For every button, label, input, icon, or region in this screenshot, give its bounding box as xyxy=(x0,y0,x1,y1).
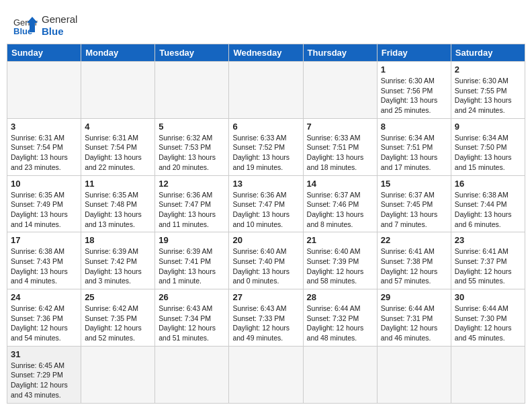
day-info: Sunrise: 6:45 AM Sunset: 7:29 PM Dayligh… xyxy=(11,361,77,400)
day-number: 27 xyxy=(232,292,299,302)
calendar-cell xyxy=(81,346,155,403)
calendar-cell: 31Sunrise: 6:45 AM Sunset: 7:29 PM Dayli… xyxy=(7,346,81,403)
calendar-cell: 6Sunrise: 6:33 AM Sunset: 7:52 PM Daylig… xyxy=(229,118,303,175)
calendar-cell xyxy=(81,62,155,119)
day-header-thursday: Thursday xyxy=(303,44,377,62)
calendar-cell: 24Sunrise: 6:42 AM Sunset: 7:36 PM Dayli… xyxy=(7,289,81,347)
calendar-cell: 20Sunrise: 6:40 AM Sunset: 7:40 PM Dayli… xyxy=(229,232,303,289)
day-info: Sunrise: 6:38 AM Sunset: 7:43 PM Dayligh… xyxy=(11,246,77,286)
calendar-cell: 21Sunrise: 6:40 AM Sunset: 7:39 PM Dayli… xyxy=(303,232,377,289)
day-number: 21 xyxy=(307,235,373,245)
day-info: Sunrise: 6:31 AM Sunset: 7:54 PM Dayligh… xyxy=(85,133,151,173)
calendar-cell xyxy=(229,62,303,119)
calendar-cell: 18Sunrise: 6:39 AM Sunset: 7:42 PM Dayli… xyxy=(81,232,155,289)
calendar-week-row: 1Sunrise: 6:30 AM Sunset: 7:56 PM Daylig… xyxy=(7,62,525,119)
calendar-cell: 26Sunrise: 6:43 AM Sunset: 7:34 PM Dayli… xyxy=(155,289,229,347)
day-info: Sunrise: 6:31 AM Sunset: 7:54 PM Dayligh… xyxy=(11,133,77,173)
calendar-cell: 17Sunrise: 6:38 AM Sunset: 7:43 PM Dayli… xyxy=(7,232,81,289)
calendar-week-row: 17Sunrise: 6:38 AM Sunset: 7:43 PM Dayli… xyxy=(7,232,525,289)
day-info: Sunrise: 6:33 AM Sunset: 7:51 PM Dayligh… xyxy=(307,133,373,173)
day-info: Sunrise: 6:44 AM Sunset: 7:32 PM Dayligh… xyxy=(307,304,373,343)
calendar-cell: 14Sunrise: 6:37 AM Sunset: 7:46 PM Dayli… xyxy=(303,175,377,232)
day-number: 11 xyxy=(85,179,151,189)
day-number: 31 xyxy=(11,349,77,359)
svg-text:Blue: Blue xyxy=(13,26,32,36)
day-info: Sunrise: 6:38 AM Sunset: 7:44 PM Dayligh… xyxy=(455,190,521,230)
logo-icon: General Blue xyxy=(13,13,38,38)
calendar-cell: 3Sunrise: 6:31 AM Sunset: 7:54 PM Daylig… xyxy=(7,118,81,175)
day-info: Sunrise: 6:37 AM Sunset: 7:46 PM Dayligh… xyxy=(307,190,373,230)
day-number: 17 xyxy=(11,235,77,245)
calendar-cell: 16Sunrise: 6:38 AM Sunset: 7:44 PM Dayli… xyxy=(451,175,525,232)
day-number: 25 xyxy=(85,292,151,302)
calendar-cell: 29Sunrise: 6:44 AM Sunset: 7:31 PM Dayli… xyxy=(377,289,451,347)
day-info: Sunrise: 6:39 AM Sunset: 7:42 PM Dayligh… xyxy=(85,246,151,286)
day-number: 20 xyxy=(232,235,299,245)
day-info: Sunrise: 6:36 AM Sunset: 7:47 PM Dayligh… xyxy=(232,190,299,230)
calendar-cell xyxy=(303,62,377,119)
calendar-cell xyxy=(451,346,525,403)
calendar-cell: 25Sunrise: 6:42 AM Sunset: 7:35 PM Dayli… xyxy=(81,289,155,347)
day-number: 15 xyxy=(381,179,447,189)
day-info: Sunrise: 6:37 AM Sunset: 7:45 PM Dayligh… xyxy=(381,190,447,230)
day-number: 10 xyxy=(11,179,77,189)
calendar-cell: 8Sunrise: 6:34 AM Sunset: 7:51 PM Daylig… xyxy=(377,118,451,175)
calendar-cell xyxy=(7,62,81,119)
calendar-cell: 9Sunrise: 6:34 AM Sunset: 7:50 PM Daylig… xyxy=(451,118,525,175)
calendar-cell: 15Sunrise: 6:37 AM Sunset: 7:45 PM Dayli… xyxy=(377,175,451,232)
calendar-cell: 2Sunrise: 6:30 AM Sunset: 7:55 PM Daylig… xyxy=(451,62,525,119)
day-number: 6 xyxy=(232,122,299,132)
calendar-cell xyxy=(155,346,229,403)
day-number: 9 xyxy=(455,122,521,132)
logo-blue-text: Blue xyxy=(42,26,77,38)
day-number: 12 xyxy=(159,179,225,189)
day-number: 24 xyxy=(11,292,77,302)
day-info: Sunrise: 6:30 AM Sunset: 7:55 PM Dayligh… xyxy=(455,76,521,116)
day-info: Sunrise: 6:36 AM Sunset: 7:47 PM Dayligh… xyxy=(159,190,225,230)
day-number: 4 xyxy=(85,122,151,132)
calendar-cell: 5Sunrise: 6:32 AM Sunset: 7:53 PM Daylig… xyxy=(155,118,229,175)
day-info: Sunrise: 6:41 AM Sunset: 7:38 PM Dayligh… xyxy=(381,246,447,286)
day-info: Sunrise: 6:34 AM Sunset: 7:50 PM Dayligh… xyxy=(455,133,521,173)
calendar-cell: 1Sunrise: 6:30 AM Sunset: 7:56 PM Daylig… xyxy=(377,62,451,119)
day-info: Sunrise: 6:43 AM Sunset: 7:34 PM Dayligh… xyxy=(159,304,225,343)
day-number: 18 xyxy=(85,235,151,245)
calendar-week-row: 31Sunrise: 6:45 AM Sunset: 7:29 PM Dayli… xyxy=(7,346,525,403)
day-header-sunday: Sunday xyxy=(7,44,81,62)
calendar-header-row: SundayMondayTuesdayWednesdayThursdayFrid… xyxy=(7,44,525,62)
day-number: 26 xyxy=(159,292,225,302)
calendar-cell: 10Sunrise: 6:35 AM Sunset: 7:49 PM Dayli… xyxy=(7,175,81,232)
day-info: Sunrise: 6:39 AM Sunset: 7:41 PM Dayligh… xyxy=(159,246,225,286)
day-info: Sunrise: 6:41 AM Sunset: 7:37 PM Dayligh… xyxy=(455,246,521,286)
day-number: 29 xyxy=(381,292,447,302)
calendar-cell: 23Sunrise: 6:41 AM Sunset: 7:37 PM Dayli… xyxy=(451,232,525,289)
day-header-friday: Friday xyxy=(377,44,451,62)
day-number: 13 xyxy=(232,179,299,189)
day-info: Sunrise: 6:42 AM Sunset: 7:36 PM Dayligh… xyxy=(11,304,77,343)
day-number: 16 xyxy=(455,179,521,189)
calendar-cell: 22Sunrise: 6:41 AM Sunset: 7:38 PM Dayli… xyxy=(377,232,451,289)
calendar-cell xyxy=(377,346,451,403)
calendar-cell: 12Sunrise: 6:36 AM Sunset: 7:47 PM Dayli… xyxy=(155,175,229,232)
day-number: 5 xyxy=(159,122,225,132)
day-header-monday: Monday xyxy=(81,44,155,62)
day-info: Sunrise: 6:42 AM Sunset: 7:35 PM Dayligh… xyxy=(85,304,151,343)
logo-general-text: General xyxy=(42,13,77,26)
calendar-week-row: 10Sunrise: 6:35 AM Sunset: 7:49 PM Dayli… xyxy=(7,175,525,232)
day-number: 2 xyxy=(455,64,521,75)
day-header-saturday: Saturday xyxy=(451,44,525,62)
day-number: 8 xyxy=(381,122,447,132)
calendar-cell: 19Sunrise: 6:39 AM Sunset: 7:41 PM Dayli… xyxy=(155,232,229,289)
day-info: Sunrise: 6:40 AM Sunset: 7:40 PM Dayligh… xyxy=(232,246,299,286)
calendar-cell: 4Sunrise: 6:31 AM Sunset: 7:54 PM Daylig… xyxy=(81,118,155,175)
calendar-week-row: 24Sunrise: 6:42 AM Sunset: 7:36 PM Dayli… xyxy=(7,289,525,347)
calendar-cell xyxy=(155,62,229,119)
calendar-cell: 30Sunrise: 6:44 AM Sunset: 7:30 PM Dayli… xyxy=(451,289,525,347)
day-number: 1 xyxy=(381,64,447,75)
calendar-cell: 11Sunrise: 6:35 AM Sunset: 7:48 PM Dayli… xyxy=(81,175,155,232)
day-number: 28 xyxy=(307,292,373,302)
calendar-cell xyxy=(303,346,377,403)
day-info: Sunrise: 6:33 AM Sunset: 7:52 PM Dayligh… xyxy=(232,133,299,173)
header: General Blue General Blue xyxy=(7,7,525,41)
day-number: 23 xyxy=(455,235,521,245)
